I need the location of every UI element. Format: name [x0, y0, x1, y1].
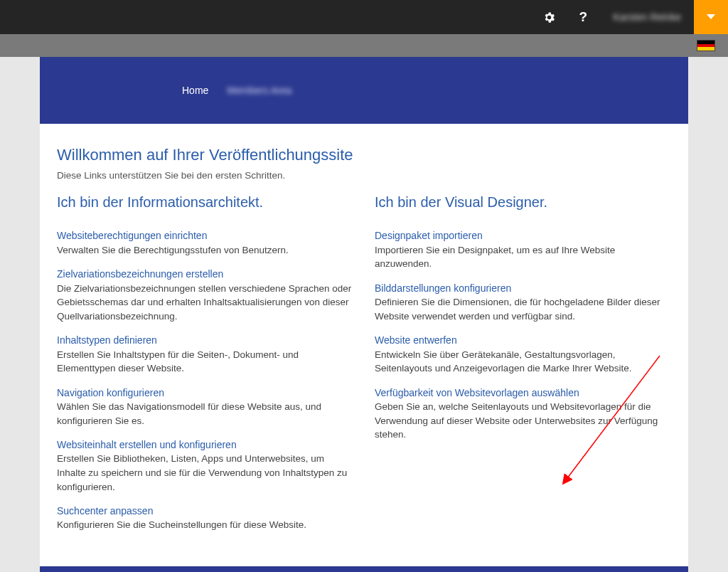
caret-down-icon	[707, 14, 715, 20]
global-top-bar: ? Karsten Reinke	[0, 0, 728, 34]
desc-permissions: Verwalten Sie die Berechtigungsstufen vo…	[57, 243, 353, 258]
designer-column: Ich bin der Visual Designer. Designpaket…	[375, 192, 671, 542]
link-designpackage[interactable]: Designpaket importieren	[375, 228, 671, 243]
link-item: Websiteinhalt erstellen und konfiguriere…	[57, 438, 353, 494]
footer-bar: Imprint Data Privacy	[40, 566, 688, 572]
username-label: Karsten Reinke	[613, 11, 681, 23]
page-title: Willkommen auf Ihrer Veröffentlichungssi…	[57, 144, 671, 166]
link-sitecontent[interactable]: Websiteinhalt erstellen und konfiguriere…	[57, 438, 353, 452]
link-designsite[interactable]: Website entwerfen	[375, 333, 671, 347]
desc-navigation: Wählen Sie das Navigationsmodell für die…	[57, 400, 353, 428]
desc-sitecontent: Erstellen Sie Bibliotheken, Listen, Apps…	[57, 452, 353, 494]
hero-nav: Home Members Area	[40, 57, 688, 124]
link-searchcenter[interactable]: Suchcenter anpassen	[57, 504, 353, 518]
architect-heading: Ich bin der Informationsarchitekt.	[57, 192, 353, 213]
link-item: Verfügbarkeit von Websitevorlagen auswäh…	[375, 386, 671, 442]
desc-variations: Die Zielvariationsbezeichnungen stellen …	[57, 282, 353, 324]
link-item: Bilddarstellungen konfigurieren Definier…	[375, 281, 671, 323]
architect-column: Ich bin der Informationsarchitekt. Websi…	[57, 192, 353, 542]
link-item: Websiteberechtigungen einrichten Verwalt…	[57, 228, 353, 257]
link-permissions[interactable]: Websiteberechtigungen einrichten	[57, 228, 353, 243]
question-icon: ?	[579, 9, 587, 25]
main-content: Willkommen auf Ihrer Veröffentlichungssi…	[40, 124, 688, 566]
page-container: Home Members Area Willkommen auf Ihrer V…	[40, 57, 688, 572]
nav-second[interactable]: Members Area	[227, 85, 291, 96]
desc-templates: Geben Sie an, welche Seitenlayouts und W…	[375, 400, 671, 442]
desc-designpackage: Importieren Sie ein Designpaket, um es a…	[375, 243, 671, 271]
desc-designsite: Entwickeln Sie über Gerätekanäle, Gestal…	[375, 348, 671, 376]
link-item: Designpaket importieren Importieren Sie …	[375, 228, 671, 270]
nav-home[interactable]: Home	[182, 85, 208, 96]
link-contenttypes[interactable]: Inhaltstypen definieren	[57, 333, 353, 347]
german-flag-icon[interactable]	[697, 40, 715, 51]
link-item: Website entwerfen Entwickeln Sie über Ge…	[375, 333, 671, 375]
link-item: Navigation konfigurieren Wählen Sie das …	[57, 386, 353, 428]
user-menu[interactable]: Karsten Reinke	[600, 0, 694, 34]
designer-heading: Ich bin der Visual Designer.	[375, 192, 671, 213]
desc-imagerenditions: Definieren Sie die Dimensionen, die für …	[375, 295, 671, 323]
locale-bar	[0, 34, 728, 57]
link-item: Suchcenter anpassen Konfigurieren Sie di…	[57, 504, 353, 532]
settings-button[interactable]	[532, 0, 566, 34]
link-item: Zielvariationsbezeichnungen erstellen Di…	[57, 267, 353, 323]
desc-searchcenter: Konfigurieren Sie die Sucheinstellungen …	[57, 518, 353, 532]
link-templates[interactable]: Verfügbarkeit von Websitevorlagen auswäh…	[375, 386, 671, 400]
link-item: Inhaltstypen definieren Erstellen Sie In…	[57, 333, 353, 375]
link-variations[interactable]: Zielvariationsbezeichnungen erstellen	[57, 267, 353, 281]
help-button[interactable]: ?	[566, 0, 600, 34]
page-subtitle: Diese Links unterstützen Sie bei den ers…	[57, 169, 671, 183]
link-navigation[interactable]: Navigation konfigurieren	[57, 386, 353, 400]
user-dropdown-button[interactable]	[694, 0, 728, 34]
desc-contenttypes: Erstellen Sie Inhaltstypen für die Seite…	[57, 348, 353, 376]
gear-icon	[542, 11, 556, 24]
link-imagerenditions[interactable]: Bilddarstellungen konfigurieren	[375, 281, 671, 295]
